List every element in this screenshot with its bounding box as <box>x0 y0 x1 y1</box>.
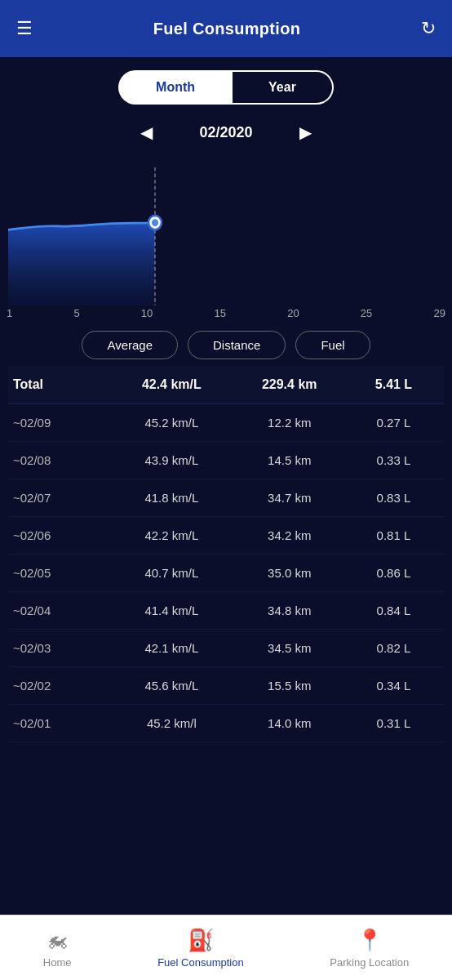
row-average: 40.7 km/L <box>113 566 230 580</box>
row-average: 43.9 km/L <box>113 453 230 467</box>
nav-home-label: Home <box>43 956 72 969</box>
total-fuel: 5.41 L <box>348 377 439 392</box>
fuel-icon: ⛽ <box>188 928 214 953</box>
total-distance: 229.4 km <box>231 377 348 392</box>
hamburger-icon[interactable]: ☰ <box>16 18 33 39</box>
table-row: ~02/02 45.6 km/L 15.5 km 0.34 L <box>8 667 444 705</box>
row-date: ~02/07 <box>13 491 113 505</box>
refresh-icon[interactable]: ↻ <box>421 18 436 39</box>
row-fuel: 0.84 L <box>348 604 439 617</box>
data-rows: ~02/09 45.2 km/L 12.2 km 0.27 L ~02/08 4… <box>8 404 444 742</box>
table-row: ~02/04 41.4 km/L 34.8 km 0.84 L <box>8 592 444 630</box>
row-distance: 12.2 km <box>231 416 348 430</box>
period-selector: Month Year <box>0 57 452 113</box>
table-row: ~02/09 45.2 km/L 12.2 km 0.27 L <box>8 404 444 442</box>
row-distance: 34.5 km <box>231 641 348 655</box>
row-fuel: 0.27 L <box>348 416 439 430</box>
row-fuel: 0.83 L <box>348 491 439 505</box>
row-distance: 15.5 km <box>231 679 348 693</box>
nav-fuel-consumption[interactable]: ⛽ Fuel Consumption <box>141 923 260 973</box>
row-fuel: 0.31 L <box>348 716 439 730</box>
row-distance: 34.2 km <box>231 528 348 542</box>
next-date-button[interactable]: ▶ <box>291 119 320 145</box>
year-tab[interactable]: Year <box>232 70 334 105</box>
table-row: ~02/06 42.2 km/L 34.2 km 0.81 L <box>8 517 444 555</box>
nav-fuel-label: Fuel Consumption <box>157 956 244 969</box>
row-distance: 35.0 km <box>231 566 348 580</box>
row-distance: 14.0 km <box>231 716 348 730</box>
nav-parking-location[interactable]: 📍 Parking Location <box>313 923 425 973</box>
row-average: 41.4 km/L <box>113 604 230 617</box>
current-date-label: 02/2020 <box>177 124 275 141</box>
prev-date-button[interactable]: ◀ <box>132 119 161 145</box>
row-fuel: 0.81 L <box>348 528 439 542</box>
row-distance: 34.8 km <box>231 604 348 617</box>
page-title: Fuel Consumption <box>153 20 300 38</box>
row-average: 42.1 km/L <box>113 641 230 655</box>
chart-x-axis: 1 5 10 15 20 25 29 <box>0 305 452 319</box>
stats-buttons: Average Distance Fuel <box>0 319 452 366</box>
table-row: ~02/08 43.9 km/L 14.5 km 0.33 L <box>8 442 444 479</box>
row-date: ~02/05 <box>13 566 113 580</box>
row-fuel: 0.34 L <box>348 679 439 693</box>
fuel-chart <box>8 158 444 305</box>
app-header: ☰ Fuel Consumption ↻ <box>0 0 452 57</box>
table-row: ~02/03 42.1 km/L 34.5 km 0.82 L <box>8 630 444 667</box>
row-date: ~02/03 <box>13 641 113 655</box>
average-button[interactable]: Average <box>82 331 178 359</box>
total-row: Total 42.4 km/L 229.4 km 5.41 L <box>8 366 444 404</box>
row-date: ~02/09 <box>13 416 113 430</box>
row-fuel: 0.33 L <box>348 453 439 467</box>
fuel-button[interactable]: Fuel <box>295 331 370 359</box>
nav-home[interactable]: 🏍 Home <box>27 923 88 973</box>
table-row: ~02/01 45.2 km/l 14.0 km 0.31 L <box>8 705 444 742</box>
home-icon: 🏍 <box>47 928 68 953</box>
total-average: 42.4 km/L <box>113 377 230 392</box>
row-fuel: 0.86 L <box>348 566 439 580</box>
bottom-navigation: 🏍 Home ⛽ Fuel Consumption 📍 Parking Loca… <box>0 915 452 980</box>
row-average: 45.2 km/l <box>113 716 230 730</box>
row-date: ~02/02 <box>13 679 113 693</box>
table-row: ~02/05 40.7 km/L 35.0 km 0.86 L <box>8 555 444 592</box>
distance-button[interactable]: Distance <box>188 331 286 359</box>
row-fuel: 0.82 L <box>348 641 439 655</box>
nav-parking-label: Parking Location <box>330 956 409 969</box>
month-tab[interactable]: Month <box>118 70 232 105</box>
parking-icon: 📍 <box>357 928 383 953</box>
row-date: ~02/01 <box>13 716 113 730</box>
date-navigation: ◀ 02/2020 ▶ <box>0 113 452 152</box>
svg-point-2 <box>152 219 158 226</box>
data-table: Total 42.4 km/L 229.4 km 5.41 L ~02/09 4… <box>0 366 452 742</box>
row-distance: 34.7 km <box>231 491 348 505</box>
row-average: 45.6 km/L <box>113 679 230 693</box>
total-label: Total <box>13 377 113 392</box>
row-date: ~02/06 <box>13 528 113 542</box>
row-date: ~02/04 <box>13 604 113 617</box>
row-date: ~02/08 <box>13 453 113 467</box>
row-average: 42.2 km/L <box>113 528 230 542</box>
row-average: 41.8 km/L <box>113 491 230 505</box>
table-row: ~02/07 41.8 km/L 34.7 km 0.83 L <box>8 479 444 517</box>
row-average: 45.2 km/L <box>113 416 230 430</box>
row-distance: 14.5 km <box>231 453 348 467</box>
